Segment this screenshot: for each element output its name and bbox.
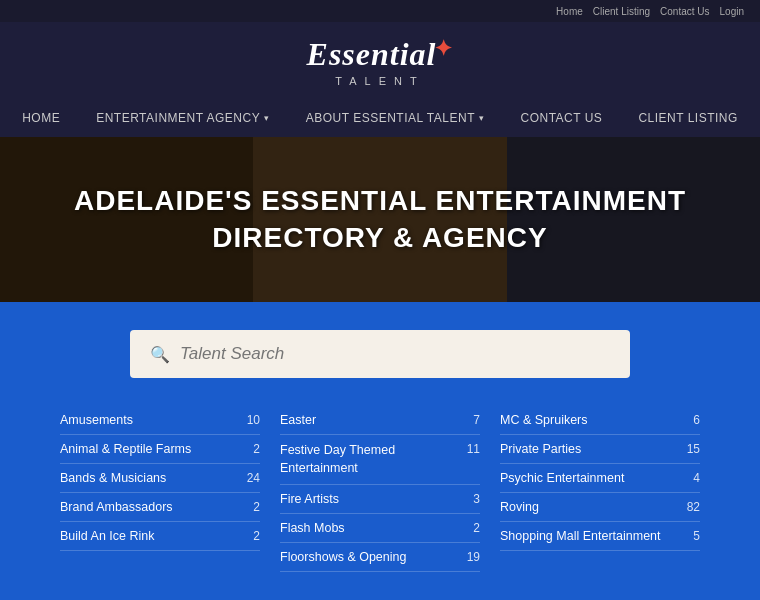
hero-title: ADELAIDE'S ESSENTIAL ENTERTAINMENT DIREC… [74, 183, 686, 256]
top-link-home[interactable]: Home [556, 6, 583, 17]
list-item[interactable]: Fire Artists 3 [280, 485, 480, 514]
hero-text-block: ADELAIDE'S ESSENTIAL ENTERTAINMENT DIREC… [74, 183, 686, 256]
list-item[interactable]: Festive Day ThemedEntertainment 11 [280, 435, 480, 485]
top-bar: Home Client Listing Contact Us Login [0, 0, 760, 22]
chevron-down-icon: ▾ [264, 113, 270, 123]
top-link-login[interactable]: Login [720, 6, 744, 17]
directory-col-2: Easter 7 Festive Day ThemedEntertainment… [280, 406, 480, 572]
top-link-client[interactable]: Client Listing [593, 6, 650, 17]
nav-contact[interactable]: CONTACT US [502, 99, 620, 137]
list-item[interactable]: Build An Ice Rink 2 [60, 522, 260, 551]
nav-about[interactable]: ABOUT ESSENTIAL TALENT ▾ [288, 99, 503, 137]
list-item[interactable]: Shopping Mall Entertainment 5 [500, 522, 700, 551]
blue-section: 🔍 Amusements 10 Animal & Reptile Farms 2… [0, 302, 760, 600]
logo-accent-icon: ✦ [434, 36, 453, 62]
logo-sub-text: TALENT [335, 75, 424, 87]
search-box: 🔍 [130, 330, 630, 378]
directory-col-1: Amusements 10 Animal & Reptile Farms 2 B… [60, 406, 260, 572]
logo[interactable]: Essential✦ TALENT [307, 36, 454, 87]
list-item[interactable]: Brand Ambassadors 2 [60, 493, 260, 522]
list-item[interactable]: Amusements 10 [60, 406, 260, 435]
list-item[interactable]: MC & Spruikers 6 [500, 406, 700, 435]
main-nav: HOME ENTERTAINMENT AGENCY ▾ ABOUT ESSENT… [0, 99, 760, 137]
list-item[interactable]: Bands & Musicians 24 [60, 464, 260, 493]
list-item[interactable]: Private Parties 15 [500, 435, 700, 464]
directory-grid: Amusements 10 Animal & Reptile Farms 2 B… [60, 406, 700, 572]
search-input[interactable] [180, 344, 610, 364]
list-item[interactable]: Roving 82 [500, 493, 700, 522]
nav-entertainment-agency[interactable]: ENTERTAINMENT AGENCY ▾ [78, 99, 288, 137]
list-item[interactable]: Flash Mobs 2 [280, 514, 480, 543]
chevron-down-icon: ▾ [479, 113, 485, 123]
logo-main-text: Essential✦ [307, 36, 454, 73]
list-item[interactable]: Animal & Reptile Farms 2 [60, 435, 260, 464]
list-item[interactable]: Easter 7 [280, 406, 480, 435]
search-icon: 🔍 [150, 345, 170, 364]
header: Essential✦ TALENT HOME ENTERTAINMENT AGE… [0, 22, 760, 137]
hero-banner: ADELAIDE'S ESSENTIAL ENTERTAINMENT DIREC… [0, 137, 760, 302]
nav-client-listing[interactable]: CLIENT LISTING [620, 99, 755, 137]
list-item[interactable]: Floorshows & Opening 19 [280, 543, 480, 572]
top-link-contact[interactable]: Contact Us [660, 6, 709, 17]
directory-col-3: MC & Spruikers 6 Private Parties 15 Psyc… [500, 406, 700, 572]
nav-home[interactable]: HOME [4, 99, 78, 137]
list-item[interactable]: Psychic Entertainment 4 [500, 464, 700, 493]
